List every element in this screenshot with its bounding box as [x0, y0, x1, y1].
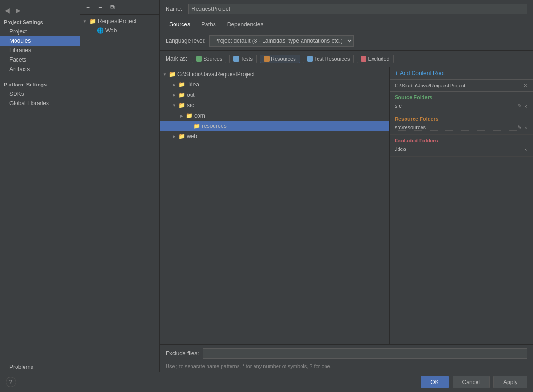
resource-entry-path: src\resources [395, 125, 517, 131]
web-icon: 🌐 [96, 27, 104, 34]
mark-as-row: Mark as: Sources Tests Resources Test Re… [160, 51, 533, 67]
file-tree-web[interactable]: ▶ 📁 web [160, 131, 389, 141]
exclude-row: Exclude files: [160, 344, 533, 362]
excluded-entry-actions: × [524, 147, 528, 152]
src-arrow: ▼ [171, 102, 177, 108]
name-input[interactable] [188, 4, 527, 14]
forward-button[interactable]: ▶ [14, 6, 23, 15]
sidebar-item-modules[interactable]: Modules [0, 36, 80, 46]
root-expand-arrow: ▼ [162, 71, 167, 77]
source-entry-actions: ✎ × [517, 103, 528, 109]
idea-folder-icon: 📁 [178, 81, 185, 88]
sidebar-item-libraries[interactable]: Libraries [0, 46, 80, 55]
tab-dependencies[interactable]: Dependencies [222, 18, 269, 31]
sidebar-item-sdks[interactable]: SDKs [0, 89, 80, 99]
exclude-label: Exclude files: [166, 350, 199, 357]
sources-dot [196, 56, 202, 62]
edit-source-button[interactable]: ✎ [517, 103, 523, 109]
add-content-root-button[interactable]: + Add Content Root [395, 70, 445, 77]
test-resources-label: Test Resources [314, 56, 350, 62]
copy-module-button[interactable]: ⧉ [107, 2, 118, 12]
file-tree-resources[interactable]: 📁 resources [160, 121, 389, 131]
back-button[interactable]: ◀ [3, 6, 12, 15]
module-tree-root[interactable]: ▼ 📁 RequestProject [80, 16, 159, 26]
mark-resources-button[interactable]: Resources [260, 55, 300, 63]
resources-folder-icon: 📁 [193, 123, 200, 129]
resource-folders-title: Resource Folders [395, 116, 528, 122]
root-path-row: G:\Studio\Java\RequestProject × [390, 80, 533, 92]
ok-button[interactable]: OK [421, 376, 448, 388]
tab-sources[interactable]: Sources [164, 18, 196, 31]
root-path-text: G:\Studio\Java\RequestProject [395, 83, 465, 88]
excluded-folders-section: Excluded Folders .idea × [390, 135, 533, 157]
file-tree-com[interactable]: ▶ 📁 com [160, 110, 389, 121]
main-content: ◀ ▶ Project Settings Project Modules Lib… [0, 0, 533, 372]
web-tree-arrow: ▶ [171, 133, 177, 139]
web-arrow [89, 28, 95, 33]
help-button[interactable]: ? [6, 377, 16, 387]
mark-as-label: Mark as: [166, 55, 187, 62]
content-area: Name: Sources Paths Dependencies Languag… [160, 0, 533, 372]
remove-resource-button[interactable]: × [524, 125, 528, 131]
com-label: com [194, 112, 205, 119]
add-content-root-label: Add Content Root [400, 70, 445, 77]
sidebar-item-problems[interactable]: Problems [0, 362, 80, 372]
cancel-button[interactable]: Cancel [453, 376, 490, 388]
sidebar-item-global-libraries[interactable]: Global Libraries [0, 99, 80, 108]
source-folders-section: Source Folders src ✎ × [390, 92, 533, 113]
remove-module-button[interactable]: − [95, 2, 105, 12]
close-root-button[interactable]: × [523, 82, 528, 89]
tests-dot [233, 56, 239, 62]
root-folder-icon: 📁 [169, 71, 176, 78]
idea-arrow: ▶ [171, 82, 177, 87]
module-root-label: RequestProject [98, 18, 136, 24]
com-arrow: ▶ [179, 113, 184, 118]
web-folder-icon: 📁 [178, 133, 185, 140]
mark-test-resources-button[interactable]: Test Resources [303, 55, 354, 63]
project-settings-header: Project Settings [0, 17, 80, 27]
mark-sources-button[interactable]: Sources [192, 55, 226, 63]
sidebar-item-facets[interactable]: Facets [0, 55, 80, 64]
lang-label: Language level: [166, 38, 206, 44]
mark-excluded-button[interactable]: Excluded [357, 55, 393, 63]
sources-label: Sources [203, 56, 222, 62]
apply-button[interactable]: Apply [493, 376, 527, 388]
nav-toolbar: ◀ ▶ [0, 4, 80, 17]
mark-tests-button[interactable]: Tests [229, 55, 257, 63]
tab-paths[interactable]: Paths [196, 18, 222, 31]
out-arrow: ▶ [171, 92, 177, 98]
sidebar-item-project[interactable]: Project [0, 27, 80, 36]
resource-folders-section: Resource Folders src\resources ✎ × [390, 113, 533, 135]
file-tree-src[interactable]: ▼ 📁 src [160, 100, 389, 110]
file-tree-root[interactable]: ▼ 📁 G:\Studio\Java\RequestProject [160, 69, 389, 79]
out-folder-icon: 📁 [178, 92, 185, 98]
com-folder-icon: 📁 [186, 112, 193, 119]
module-panel: + − ⧉ ▼ 📁 RequestProject 🌐 Web [80, 0, 160, 372]
file-tree-out[interactable]: ▶ 📁 out [160, 90, 389, 100]
file-tree-idea[interactable]: ▶ 📁 .idea [160, 79, 389, 90]
idea-label: .idea [187, 81, 199, 88]
resource-entry-actions: ✎ × [517, 125, 528, 131]
file-tree-area: ▼ 📁 G:\Studio\Java\RequestProject ▶ 📁 .i… [160, 67, 390, 344]
source-folder-entry-0: src ✎ × [395, 102, 528, 110]
language-level-select[interactable]: Project default (8 - Lambdas, type annot… [209, 35, 354, 47]
platform-settings-header: Platform Settings [0, 80, 80, 89]
module-icon: 📁 [89, 17, 96, 25]
web-label: Web [105, 27, 117, 34]
edit-resource-button[interactable]: ✎ [517, 125, 523, 131]
exclude-input[interactable] [203, 348, 527, 359]
add-module-button[interactable]: + [83, 2, 93, 12]
web-tree-label: web [187, 133, 197, 140]
root-arrow: ▼ [82, 18, 88, 24]
add-icon: + [395, 70, 398, 77]
source-entry-path: src [395, 103, 517, 109]
action-buttons: OK Cancel Apply [421, 376, 527, 388]
sidebar-item-artifacts[interactable]: Artifacts [0, 64, 80, 74]
src-label: src [187, 102, 194, 109]
split-area: ▼ 📁 G:\Studio\Java\RequestProject ▶ 📁 .i… [160, 67, 533, 344]
module-tree-web[interactable]: 🌐 Web [80, 26, 159, 35]
add-content-root-header: + Add Content Root [390, 67, 533, 80]
remove-excluded-button[interactable]: × [524, 147, 528, 152]
remove-source-button[interactable]: × [524, 103, 528, 109]
resources-label: Resources [271, 56, 296, 62]
